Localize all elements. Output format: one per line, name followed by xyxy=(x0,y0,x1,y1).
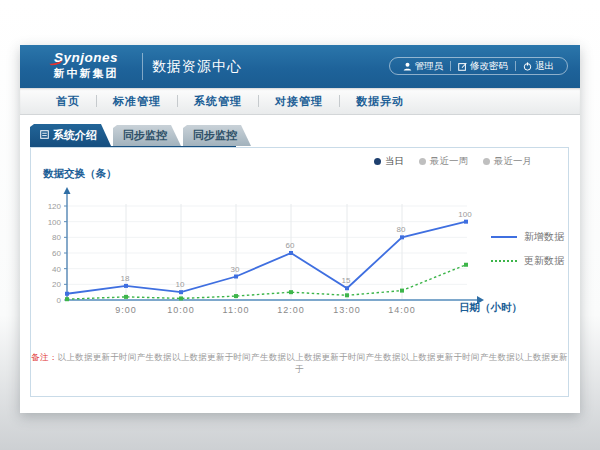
svg-text:120: 120 xyxy=(48,202,62,211)
logout-label: 退出 xyxy=(535,60,554,73)
svg-text:10: 10 xyxy=(176,280,185,289)
legend-item-updated-data: 更新数据 xyxy=(491,254,564,268)
radio-last-week[interactable]: 最近一周 xyxy=(419,155,468,168)
edit-icon xyxy=(458,62,467,71)
chart-legend: 新增数据 更新数据 xyxy=(491,230,564,268)
svg-text:14:00: 14:00 xyxy=(388,305,416,315)
svg-text:80: 80 xyxy=(52,233,61,242)
svg-text:12:00: 12:00 xyxy=(277,305,305,315)
user-bar: 管理员 修改密码 退出 xyxy=(389,57,569,75)
x-axis-title: 日期（小时） xyxy=(459,301,522,315)
svg-text:100: 100 xyxy=(48,218,62,227)
svg-text:10:00: 10:00 xyxy=(167,305,195,315)
nav-item-data-change[interactable]: 数据异动 xyxy=(340,94,420,109)
tab-label: 同步监控 xyxy=(193,128,237,143)
legend-label: 更新数据 xyxy=(524,254,564,268)
change-password-button[interactable]: 修改密码 xyxy=(451,60,515,73)
main-nav: 首页 标准管理 系统管理 对接管理 数据异动 xyxy=(20,88,580,115)
svg-text:100: 100 xyxy=(458,210,472,219)
page-title: 数据资源中心 xyxy=(152,58,242,76)
tab-system-intro[interactable]: 系统介绍 xyxy=(30,124,111,146)
svg-text:30: 30 xyxy=(231,265,240,274)
svg-text:15: 15 xyxy=(342,276,351,285)
tab-bar: 系统介绍 同步监控 同步监控 xyxy=(30,125,251,146)
svg-text:13:00: 13:00 xyxy=(333,305,361,315)
nav-item-system-mgmt[interactable]: 系统管理 xyxy=(178,94,258,109)
logout-button[interactable]: 退出 xyxy=(516,60,561,73)
logout-icon xyxy=(523,62,532,71)
nav-item-interface-mgmt[interactable]: 对接管理 xyxy=(259,94,339,109)
svg-text:80: 80 xyxy=(397,225,406,234)
tab-sync-monitor-1[interactable]: 同步监控 xyxy=(113,125,181,146)
svg-text:0: 0 xyxy=(57,296,62,305)
document-icon xyxy=(40,129,49,141)
radio-label: 最近一周 xyxy=(430,155,468,168)
radio-today[interactable]: 当日 xyxy=(374,155,404,168)
tab-label: 同步监控 xyxy=(123,128,167,143)
legend-item-new-data: 新增数据 xyxy=(491,230,564,244)
radio-label: 最近一月 xyxy=(494,155,532,168)
tab-sync-monitor-2[interactable]: 同步监控 xyxy=(183,125,251,146)
user-name-label: 管理员 xyxy=(415,60,444,73)
radio-dot xyxy=(483,158,490,165)
note-text: 以上数据更新于时间产生数据以上数据更新于时间产生数据以上数据更新于时间产生数据以… xyxy=(58,352,568,374)
app-window: Synjones 新中新集团 数据资源中心 管理员 修改密码 xyxy=(20,45,580,413)
radio-last-month[interactable]: 最近一月 xyxy=(483,155,532,168)
svg-text:18: 18 xyxy=(121,274,130,283)
legend-label: 新增数据 xyxy=(524,230,564,244)
svg-text:60: 60 xyxy=(52,249,61,258)
app-header: Synjones 新中新集团 数据资源中心 管理员 修改密码 xyxy=(20,45,580,88)
svg-text:9:00: 9:00 xyxy=(115,305,137,315)
tab-label: 系统介绍 xyxy=(53,128,97,143)
blue-line-icon xyxy=(491,236,517,238)
green-dotted-line-icon xyxy=(491,260,517,262)
svg-text:40: 40 xyxy=(52,265,61,274)
brand-logo: Synjones 新中新集团 xyxy=(36,50,136,81)
user-menu-admin[interactable]: 管理员 xyxy=(396,60,451,73)
svg-text:11:00: 11:00 xyxy=(223,305,250,315)
svg-text:20: 20 xyxy=(52,280,61,289)
radio-dot xyxy=(374,158,381,165)
y-axis-title: 数据交换（条） xyxy=(43,167,117,181)
svg-text:60: 60 xyxy=(286,241,295,250)
nav-item-home[interactable]: 首页 xyxy=(40,94,96,109)
note-label: 备注： xyxy=(31,352,57,362)
brand-logo-subtitle: 新中新集团 xyxy=(36,66,136,81)
line-chart: 0204060801001209:0010:0011:0012:0013:001… xyxy=(37,186,511,320)
user-icon xyxy=(403,62,412,71)
nav-item-standard-mgmt[interactable]: 标准管理 xyxy=(97,94,177,109)
brand-divider xyxy=(142,53,143,80)
radio-dot xyxy=(419,158,426,165)
radio-label: 当日 xyxy=(385,155,404,168)
chart-panel: 当日 最近一周 最近一月 数据交换（条） 0204060801001209:00… xyxy=(30,147,569,397)
footer-note: 备注：以上数据更新于时间产生数据以上数据更新于时间产生数据以上数据更新于时间产生… xyxy=(31,352,568,376)
range-filter-group: 当日 最近一周 最近一月 xyxy=(374,155,532,168)
change-password-label: 修改密码 xyxy=(470,60,508,73)
